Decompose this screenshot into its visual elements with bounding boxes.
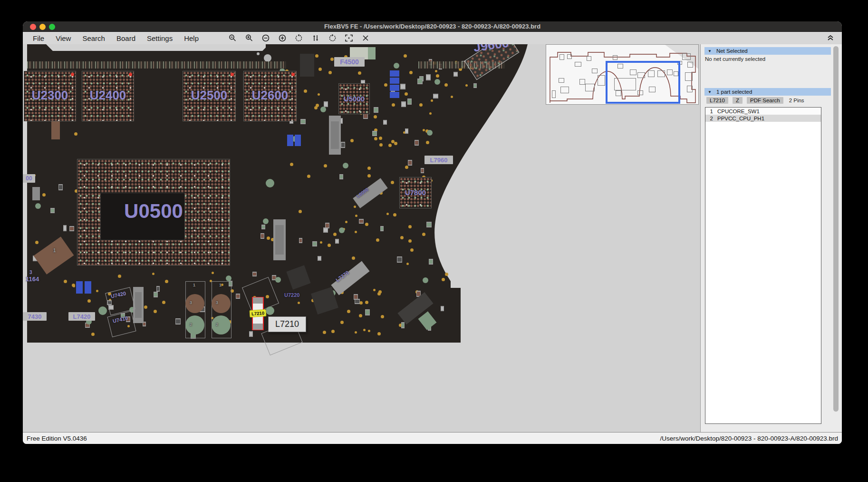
menu-item-help[interactable]: Help <box>184 34 199 42</box>
passive-component <box>236 294 240 299</box>
board-label-L7420[interactable]: L7420 <box>68 312 95 321</box>
toolbar-zoom-out-icon[interactable] <box>228 34 237 42</box>
minimap-component <box>613 55 617 60</box>
passive-component <box>372 131 377 136</box>
board-component[interactable] <box>266 179 274 187</box>
part-highlight-tag: L7210 <box>250 309 267 317</box>
toolbar-center-view-icon[interactable] <box>345 34 353 42</box>
menu-item-view[interactable]: View <box>56 34 71 42</box>
window-titlebar[interactable]: FlexBV5 FE - /Users/work/Desktop/820-009… <box>23 21 842 32</box>
board-label-1[interactable]: 1 <box>219 283 222 287</box>
pin-row[interactable]: 2PPVCC_CPU_PH1 <box>705 115 821 122</box>
panel-scrollbar[interactable] <box>833 46 839 412</box>
collapse-panel-chevron-icon[interactable] <box>827 34 834 43</box>
test-point <box>320 107 326 112</box>
board-label-7430[interactable]: 7430 <box>23 312 47 321</box>
board-component[interactable] <box>76 281 83 294</box>
passive-component <box>339 174 343 179</box>
toolbar-close-icon[interactable] <box>361 34 370 42</box>
board-label-2[interactable]: 2 <box>190 322 192 327</box>
via-dot <box>354 206 356 208</box>
net-selected-header[interactable]: ▼ Net Selected <box>704 47 831 55</box>
board-component[interactable] <box>300 54 314 77</box>
toolbar-rotate-ccw-icon[interactable] <box>295 34 303 42</box>
board-label-F4500[interactable]: F4500 <box>334 57 365 67</box>
board-component[interactable] <box>418 311 437 330</box>
board-component[interactable] <box>85 281 91 294</box>
board-component[interactable] <box>390 78 399 84</box>
part-button-l7210[interactable]: L7210 <box>706 97 728 104</box>
board-label-00[interactable]: 00 <box>23 174 35 183</box>
board-component[interactable] <box>390 70 399 77</box>
board-component[interactable] <box>51 120 60 139</box>
board-component[interactable] <box>331 121 339 149</box>
test-point <box>35 203 41 209</box>
component-U5000[interactable]: U5000 <box>338 83 370 114</box>
menu-item-board[interactable]: Board <box>116 34 135 42</box>
component-U0500[interactable]: U0500 <box>77 159 230 266</box>
menu-item-file[interactable]: File <box>33 34 44 42</box>
part-button-z[interactable]: Z <box>733 97 743 104</box>
pin-row[interactable]: 1CPUCORE_SW1 <box>705 108 821 115</box>
toolbar-rotate-cw-icon[interactable] <box>328 34 337 42</box>
pins-list[interactable]: 1CPUCORE_SW12PPVCC_CPU_PH1 <box>705 107 821 424</box>
component-U2600[interactable]: U2600 <box>243 71 297 121</box>
board-component[interactable] <box>266 306 274 315</box>
side-panel: ▼ Net Selected No net currently selected… <box>700 44 842 432</box>
test-point <box>343 163 348 168</box>
toolbar-flip-vertical-icon[interactable] <box>311 34 320 42</box>
via-dot <box>445 273 448 276</box>
board-component[interactable] <box>390 92 399 98</box>
board-label-1164[interactable]: 1164 <box>26 275 39 283</box>
board-component[interactable] <box>185 315 204 334</box>
board-component[interactable] <box>185 294 204 313</box>
board-component[interactable] <box>34 236 74 274</box>
via-dot <box>144 305 147 309</box>
passive-component <box>318 256 321 261</box>
board-component[interactable] <box>98 306 107 315</box>
menu-item-settings[interactable]: Settings <box>147 34 173 42</box>
board-component[interactable] <box>32 187 40 200</box>
toolbar-minus-circle-icon[interactable] <box>261 34 270 42</box>
test-point <box>434 79 440 85</box>
board-component[interactable] <box>257 52 260 55</box>
part-selected-header[interactable]: ▼ 1 part selected <box>704 88 831 96</box>
minimap-viewport[interactable] <box>606 61 680 104</box>
via-dot <box>359 314 362 317</box>
board-component[interactable] <box>390 85 399 91</box>
component-U2300[interactable]: U2300 <box>24 71 76 121</box>
board-label-L7960[interactable]: L7960 <box>424 156 453 164</box>
via-dot <box>73 285 75 287</box>
board-component[interactable] <box>264 54 271 62</box>
board-label-1[interactable]: 1 <box>193 283 195 287</box>
board-label-3[interactable]: 3 <box>29 270 32 275</box>
minimap-component <box>587 56 591 61</box>
menu-item-search[interactable]: Search <box>82 34 105 42</box>
component-U2400[interactable]: U2400 <box>82 71 134 121</box>
collapse-triangle-icon[interactable]: ▼ <box>708 90 712 94</box>
via-dot <box>374 115 377 118</box>
toolbar-zoom-in-icon[interactable] <box>245 34 253 42</box>
component-U2500[interactable]: U2500 <box>183 71 236 121</box>
board-component[interactable] <box>212 315 231 334</box>
component-U7800[interactable]: U7800 <box>399 177 432 208</box>
board-component[interactable] <box>212 294 231 313</box>
board-component[interactable] <box>286 265 310 289</box>
minimap-component <box>685 72 693 81</box>
board-label-3[interactable]: 3 <box>216 300 218 305</box>
board-component[interactable] <box>287 135 293 146</box>
board-component[interactable] <box>275 225 284 255</box>
board-component[interactable] <box>295 135 301 146</box>
passive-component <box>50 208 55 213</box>
board-component[interactable] <box>368 47 376 59</box>
board-label-2[interactable]: 2 <box>216 322 218 327</box>
part-button-pdf-search[interactable]: PDF Search <box>747 97 783 104</box>
board-component[interactable] <box>135 292 142 318</box>
minimap-component <box>559 54 564 60</box>
board-label-U7220[interactable]: U7220 <box>284 292 299 298</box>
toolbar-plus-circle-icon[interactable] <box>278 34 287 42</box>
board-minimap[interactable] <box>546 44 699 105</box>
board-label-1[interactable]: 1 <box>53 248 56 253</box>
board-label-3[interactable]: 3 <box>190 300 192 305</box>
collapse-triangle-icon[interactable]: ▼ <box>708 49 712 53</box>
